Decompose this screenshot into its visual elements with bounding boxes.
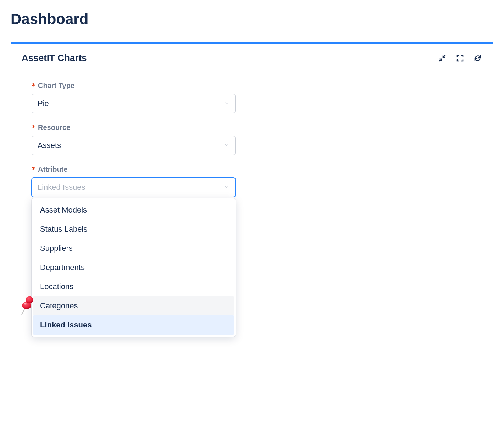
card-title: AssetIT Charts (22, 53, 87, 64)
chart-type-value: Pie (38, 99, 49, 108)
attribute-option[interactable]: Status Labels (33, 220, 234, 239)
resource-label-text: Resource (38, 123, 70, 131)
resource-select[interactable]: Assets (32, 136, 236, 155)
chart-type-label-text: Chart Type (38, 82, 74, 89)
attribute-dropdown: Asset ModelsStatus LabelsSuppliersDepart… (32, 198, 236, 337)
attribute-label: *Attribute (32, 165, 236, 174)
attribute-select[interactable]: Linked Issues (32, 178, 236, 197)
chart-type-label: *Chart Type (32, 81, 236, 90)
attribute-option[interactable]: Departments (33, 258, 234, 277)
attribute-field: *Attribute Linked Issues Asset ModelsSta… (32, 165, 236, 337)
attribute-option[interactable]: Asset Models (33, 200, 234, 220)
attribute-option[interactable]: Suppliers (33, 239, 234, 258)
svg-point-2 (24, 303, 27, 305)
required-asterisk: * (32, 81, 36, 90)
form-area: *Chart Type Pie *Resource Assets (22, 81, 482, 337)
card-actions (438, 54, 482, 63)
svg-point-1 (22, 302, 31, 309)
refresh-icon[interactable] (473, 54, 482, 63)
chevron-down-icon (224, 141, 229, 150)
resource-label: *Resource (32, 123, 236, 132)
attribute-option[interactable]: Categories (33, 296, 234, 315)
card-header: AssetIT Charts (22, 53, 482, 64)
required-asterisk: * (32, 123, 36, 132)
chevron-down-icon (224, 99, 229, 108)
chart-type-select[interactable]: Pie (32, 94, 236, 113)
required-asterisk: * (32, 165, 36, 174)
collapse-icon[interactable] (438, 54, 447, 63)
chart-config-card: AssetIT Charts (11, 42, 493, 351)
resource-field: *Resource Assets (32, 123, 236, 155)
chevron-down-icon (224, 183, 229, 192)
page-title: Dashboard (11, 11, 493, 28)
attribute-option[interactable]: Locations (33, 277, 234, 296)
attribute-label-text: Attribute (38, 165, 67, 173)
fullscreen-icon[interactable] (455, 54, 465, 63)
chart-type-field: *Chart Type Pie (32, 81, 236, 113)
attribute-option[interactable]: Linked Issues (33, 315, 234, 335)
attribute-placeholder: Linked Issues (38, 183, 85, 192)
resource-value: Assets (38, 141, 61, 150)
svg-line-0 (22, 306, 26, 315)
